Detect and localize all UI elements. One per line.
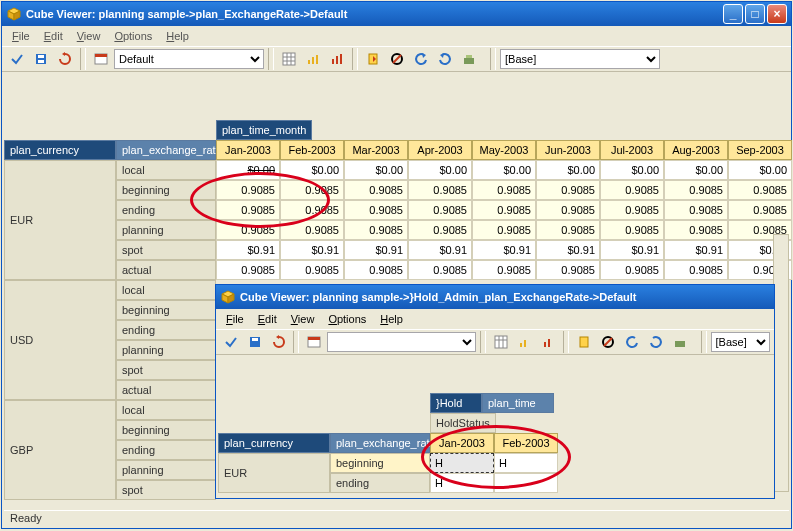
- calendar-icon[interactable]: [303, 331, 325, 353]
- cell-eur-actual-7[interactable]: 0.9085: [664, 260, 728, 280]
- menu-options[interactable]: Options: [108, 28, 158, 44]
- check-icon[interactable]: [6, 48, 28, 70]
- cell-eur-local-5[interactable]: $0.00: [536, 160, 600, 180]
- chart2-icon[interactable]: [326, 48, 348, 70]
- sub-row-ending[interactable]: ending: [330, 473, 430, 493]
- rate-row-usd-beginning[interactable]: beginning: [116, 300, 216, 320]
- menu-view[interactable]: View: [71, 28, 107, 44]
- sandbox-icon[interactable]: [669, 331, 691, 353]
- maximize-button[interactable]: □: [745, 4, 765, 24]
- sub-cell-beg-feb[interactable]: H: [494, 453, 558, 473]
- month-header-7[interactable]: Aug-2003: [664, 140, 728, 160]
- sandbox-combo[interactable]: [Base]: [500, 49, 660, 69]
- cell-eur-beginning-2[interactable]: 0.9085: [344, 180, 408, 200]
- sub-titlebar[interactable]: Cube Viewer: planning sample->}Hold_Admi…: [216, 285, 774, 309]
- sub-row-beginning[interactable]: beginning: [330, 453, 430, 473]
- rate-row-gbp-local[interactable]: local: [116, 400, 216, 420]
- cell-eur-local-6[interactable]: $0.00: [600, 160, 664, 180]
- sub-month-feb[interactable]: Feb-2003: [494, 433, 558, 453]
- cell-eur-planning-5[interactable]: 0.9085: [536, 220, 600, 240]
- month-header-2[interactable]: Mar-2003: [344, 140, 408, 160]
- sandbox-icon[interactable]: [458, 48, 480, 70]
- minimize-button[interactable]: _: [723, 4, 743, 24]
- rate-row-usd-local[interactable]: local: [116, 280, 216, 300]
- cell-eur-beginning-3[interactable]: 0.9085: [408, 180, 472, 200]
- cell-eur-actual-1[interactable]: 0.9085: [280, 260, 344, 280]
- grid-icon[interactable]: [278, 48, 300, 70]
- cell-eur-planning-3[interactable]: 0.9085: [408, 220, 472, 240]
- cell-eur-actual-0[interactable]: 0.9085: [216, 260, 280, 280]
- rate-row-eur-actual[interactable]: actual: [116, 260, 216, 280]
- cell-eur-spot-7[interactable]: $0.91: [664, 240, 728, 260]
- rate-row-usd-actual[interactable]: actual: [116, 380, 216, 400]
- cell-eur-spot-2[interactable]: $0.91: [344, 240, 408, 260]
- view-combo[interactable]: Default: [114, 49, 264, 69]
- rate-row-eur-spot[interactable]: spot: [116, 240, 216, 260]
- calendar-icon[interactable]: [90, 48, 112, 70]
- cell-eur-ending-1[interactable]: 0.9085: [280, 200, 344, 220]
- cell-eur-local-1[interactable]: $0.00: [280, 160, 344, 180]
- sub-menu-view[interactable]: View: [285, 311, 321, 327]
- cell-eur-spot-5[interactable]: $0.91: [536, 240, 600, 260]
- recalc-icon[interactable]: [54, 48, 76, 70]
- cell-eur-actual-2[interactable]: 0.9085: [344, 260, 408, 280]
- menu-edit[interactable]: Edit: [38, 28, 69, 44]
- cell-eur-beginning-6[interactable]: 0.9085: [600, 180, 664, 200]
- undo-icon[interactable]: [410, 48, 432, 70]
- export-icon[interactable]: [573, 331, 595, 353]
- cell-eur-local-3[interactable]: $0.00: [408, 160, 472, 180]
- menu-help[interactable]: Help: [160, 28, 195, 44]
- cell-eur-planning-6[interactable]: 0.9085: [600, 220, 664, 240]
- month-header-5[interactable]: Jun-2003: [536, 140, 600, 160]
- sub-currency-eur[interactable]: EUR: [218, 453, 330, 493]
- zero-icon[interactable]: [597, 331, 619, 353]
- rate-row-gbp-spot[interactable]: spot: [116, 480, 216, 500]
- rate-row-eur-planning[interactable]: planning: [116, 220, 216, 240]
- menu-file[interactable]: File: [6, 28, 36, 44]
- cell-eur-planning-7[interactable]: 0.9085: [664, 220, 728, 240]
- rate-row-eur-beginning[interactable]: beginning: [116, 180, 216, 200]
- cell-eur-actual-5[interactable]: 0.9085: [536, 260, 600, 280]
- month-header-3[interactable]: Apr-2003: [408, 140, 472, 160]
- cell-eur-local-8[interactable]: $0.00: [728, 160, 792, 180]
- cell-eur-beginning-7[interactable]: 0.9085: [664, 180, 728, 200]
- rate-row-usd-spot[interactable]: spot: [116, 360, 216, 380]
- cell-eur-local-4[interactable]: $0.00: [472, 160, 536, 180]
- cell-eur-actual-6[interactable]: 0.9085: [600, 260, 664, 280]
- month-header-8[interactable]: Sep-2003: [728, 140, 792, 160]
- cell-eur-local-2[interactable]: $0.00: [344, 160, 408, 180]
- currency-eur[interactable]: EUR: [4, 160, 116, 280]
- cell-eur-ending-2[interactable]: 0.9085: [344, 200, 408, 220]
- cell-eur-planning-4[interactable]: 0.9085: [472, 220, 536, 240]
- holdstatus-label[interactable]: HoldStatus: [430, 413, 496, 433]
- cell-eur-local-7[interactable]: $0.00: [664, 160, 728, 180]
- close-button[interactable]: ×: [767, 4, 787, 24]
- cell-eur-ending-0[interactable]: 0.9085: [216, 200, 280, 220]
- cell-eur-spot-3[interactable]: $0.91: [408, 240, 472, 260]
- month-header-4[interactable]: May-2003: [472, 140, 536, 160]
- sub-cell-beg-jan[interactable]: H: [430, 453, 494, 473]
- export-icon[interactable]: [362, 48, 384, 70]
- rate-row-gbp-planning[interactable]: planning: [116, 460, 216, 480]
- cell-eur-spot-4[interactable]: $0.91: [472, 240, 536, 260]
- rate-row-usd-planning[interactable]: planning: [116, 340, 216, 360]
- sub-dim-rate[interactable]: plan_exchange_rate: [330, 433, 430, 453]
- cell-eur-ending-6[interactable]: 0.9085: [600, 200, 664, 220]
- cell-eur-spot-1[interactable]: $0.91: [280, 240, 344, 260]
- vertical-scrollbar[interactable]: [773, 234, 789, 492]
- cell-eur-ending-7[interactable]: 0.9085: [664, 200, 728, 220]
- cell-eur-beginning-1[interactable]: 0.9085: [280, 180, 344, 200]
- sub-dim-currency[interactable]: plan_currency: [218, 433, 330, 453]
- chart-icon[interactable]: [514, 331, 536, 353]
- chart-icon[interactable]: [302, 48, 324, 70]
- cell-eur-spot-0[interactable]: $0.91: [216, 240, 280, 260]
- redo-icon[interactable]: [645, 331, 667, 353]
- undo-icon[interactable]: [621, 331, 643, 353]
- chart2-icon[interactable]: [538, 331, 560, 353]
- cell-eur-actual-4[interactable]: 0.9085: [472, 260, 536, 280]
- cell-eur-planning-1[interactable]: 0.9085: [280, 220, 344, 240]
- cell-eur-ending-4[interactable]: 0.9085: [472, 200, 536, 220]
- cell-eur-beginning-8[interactable]: 0.9085: [728, 180, 792, 200]
- dim-header-time-month[interactable]: plan_time_month: [216, 120, 312, 140]
- save-icon[interactable]: [244, 331, 266, 353]
